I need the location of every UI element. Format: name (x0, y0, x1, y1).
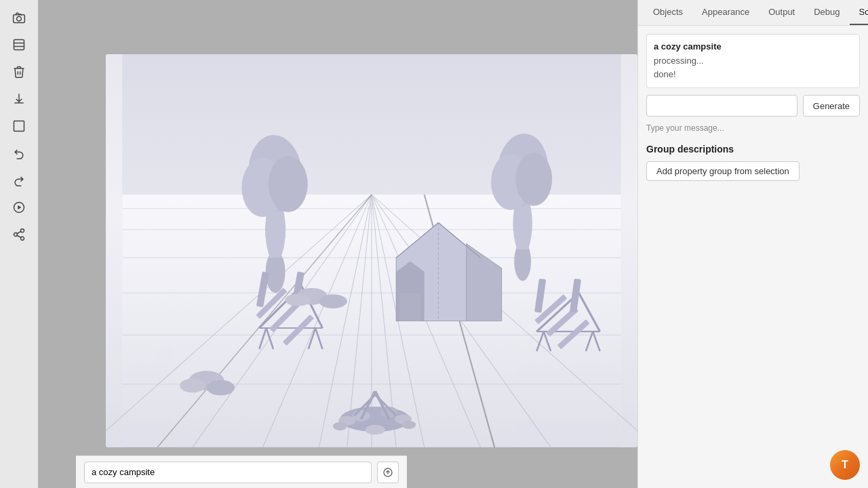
scene-svg (106, 54, 637, 447)
svg-point-91 (285, 293, 311, 306)
svg-point-87 (207, 380, 235, 396)
download-button[interactable] (7, 87, 31, 111)
svg-point-42 (515, 152, 552, 206)
svg-point-83 (366, 425, 385, 435)
svg-point-84 (333, 422, 347, 430)
message-row: Generate (646, 95, 860, 117)
tab-debug[interactable]: Debug (804, 0, 849, 25)
viewport-area (38, 0, 637, 488)
svg-point-8 (21, 229, 24, 232)
bottom-bar (76, 455, 407, 488)
svg-rect-2 (14, 40, 24, 50)
undo-button[interactable] (7, 141, 31, 165)
right-panel: Objects Appearance Output Debug Scene a … (637, 0, 868, 488)
play-button[interactable] (7, 195, 31, 220)
generate-button[interactable]: Generate (803, 95, 860, 117)
camera-button[interactable] (7, 5, 31, 30)
svg-point-9 (14, 233, 18, 237)
svg-rect-5 (14, 121, 24, 131)
delete-button[interactable] (7, 60, 31, 84)
svg-line-11 (17, 235, 21, 237)
message-hint: Type your message... (646, 123, 860, 133)
chat-log: a cozy campsite processing... done! (646, 34, 860, 88)
app-container: Objects Appearance Output Debug Scene a … (0, 0, 868, 488)
svg-marker-7 (18, 205, 21, 210)
svg-point-10 (21, 237, 24, 240)
tab-bar: Objects Appearance Output Debug Scene (638, 0, 868, 26)
left-toolbar (0, 0, 38, 488)
svg-point-88 (180, 379, 205, 393)
svg-point-90 (319, 294, 347, 308)
tab-scene[interactable]: Scene (850, 0, 868, 25)
svg-rect-46 (399, 293, 420, 321)
group-descriptions-title: Group descriptions (646, 144, 860, 155)
tab-objects[interactable]: Objects (644, 0, 692, 25)
prompt-input[interactable] (84, 462, 372, 483)
message-input[interactable] (646, 95, 797, 117)
chat-log-line-2: done! (654, 68, 852, 81)
share-button[interactable] (7, 222, 31, 247)
svg-point-38 (269, 156, 308, 212)
tab-appearance[interactable]: Appearance (692, 0, 759, 25)
svg-point-85 (402, 421, 416, 429)
frame-button[interactable] (7, 114, 31, 138)
app-logo: T (830, 450, 860, 480)
svg-point-1 (17, 16, 22, 21)
viewport-scene (106, 54, 637, 447)
add-property-group-button[interactable]: Add property group from selection (646, 161, 800, 181)
svg-line-12 (17, 231, 21, 233)
chat-scene-title: a cozy campsite (654, 41, 852, 52)
prompt-submit-button[interactable] (377, 462, 399, 483)
panel-content: a cozy campsite processing... done! Gene… (638, 26, 868, 488)
viewport-canvas[interactable] (106, 54, 637, 447)
redo-button[interactable] (7, 168, 31, 192)
tab-output[interactable]: Output (759, 0, 804, 25)
chat-log-line-1: processing... (654, 54, 852, 68)
layers-button[interactable] (7, 33, 31, 57)
